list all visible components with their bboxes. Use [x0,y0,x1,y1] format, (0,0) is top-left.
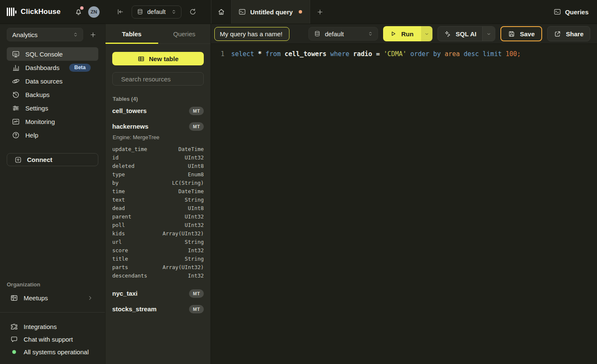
table-row-hackernews[interactable]: hackernews MT [112,119,204,133]
share-button[interactable]: Share [547,26,590,41]
workspace-selector-value: Analytics [12,31,73,38]
column-row[interactable]: url String [112,237,204,246]
tab-tables[interactable]: Tables [105,24,158,43]
chevron-down-icon [486,31,492,37]
sidebar-item-label: SQL Console [25,51,63,58]
data-sources-icon [12,77,20,85]
clickhouse-logo-icon [7,7,16,16]
column-row[interactable]: time DateTime [112,187,204,195]
system-status-link[interactable]: All systems operational [7,345,98,358]
column-row[interactable]: dead UInt8 [112,204,204,212]
play-icon [390,30,397,37]
bar-chart-icon [12,64,20,72]
column-row[interactable]: parent UInt32 [112,212,204,221]
sidebar-item-monitoring[interactable]: Monitoring [7,115,98,128]
search-resources-input[interactable] [121,75,205,83]
sql-token: desc [464,50,483,58]
sidebar-divider [0,312,105,313]
sql-editor[interactable]: 1 select * from cell_towers where radio … [211,44,597,364]
column-row[interactable]: title String [112,254,204,263]
back-to-line-icon [116,8,124,16]
table-row-stocks-stream[interactable]: stocks_stream MT [112,302,204,316]
column-row[interactable]: update_time DateTime [112,145,204,153]
table-row-nyc-taxi[interactable]: nyc_taxi MT [112,286,204,300]
column-row[interactable]: text String [112,195,204,204]
queries-button[interactable]: Queries [554,8,589,16]
sidebar-nav: SQL Console Dashboards Beta Data sources… [0,47,105,142]
new-table-label: New table [149,55,178,62]
history-restore-icon [12,91,20,99]
chevron-right-icon [87,295,93,301]
column-row[interactable]: parts Array(UInt32) [112,263,204,271]
column-name: poll [112,222,125,228]
column-type: String [185,239,204,245]
sql-token: limit [483,50,505,58]
sql-token: cell_towers [284,50,330,58]
sql-ai-options-button[interactable] [482,27,495,41]
column-type: Array(UInt32) [162,264,204,270]
tables-section-label: Tables (4) [113,96,204,102]
new-tab-button[interactable] [310,0,330,24]
column-row[interactable]: type Enum8 [112,170,204,178]
notifications-bell-icon[interactable] [74,8,83,16]
add-workspace-button[interactable] [88,30,98,40]
avatar[interactable]: ZN [88,6,100,18]
sidebar-item-data-sources[interactable]: Data sources [7,74,98,88]
column-name: time [112,188,125,194]
column-row[interactable]: poll UInt32 [112,221,204,229]
column-type: UInt32 [185,154,204,161]
share-button-label: Share [566,30,583,38]
run-button-group: Run [383,26,432,41]
home-button[interactable] [211,0,231,24]
clickhouse-logo[interactable]: ClickHouse [7,7,61,16]
monitoring-chart-icon [12,118,20,126]
sidebar-item-dashboards[interactable]: Dashboards Beta [7,61,98,74]
sidebar-item-help[interactable]: Help [7,128,98,142]
column-name: parent [112,213,131,220]
column-row[interactable]: kids Array(UInt32) [112,229,204,237]
system-status-label: All systems operational [24,348,89,356]
refresh-button[interactable] [187,6,198,17]
column-type: String [185,256,204,262]
new-table-button[interactable]: New table [112,52,204,65]
queries-button-label: Queries [565,8,589,16]
run-options-button[interactable] [421,26,432,41]
query-tab[interactable]: Untitled query [231,0,310,24]
integrations-link[interactable]: Integrations [7,320,98,333]
sidebar-item-meetups[interactable]: Meetups [7,291,98,305]
topbar-left: ClickHouse ZN [0,0,105,24]
service-selector[interactable]: default [132,5,181,19]
engine-badge: MT [189,305,204,313]
workspace-selector[interactable]: Analytics [7,28,83,41]
column-type: Enum8 [188,171,204,178]
sql-code-line[interactable]: select * from cell_towers where radio = … [224,49,521,364]
plus-icon [316,8,324,16]
sidebar-item-backups[interactable]: Backups [7,88,98,101]
database-selector[interactable]: default [308,27,378,40]
column-row[interactable]: score Int32 [112,246,204,254]
column-row[interactable]: descendants Int32 [112,271,204,280]
connect-button[interactable]: Connect [7,153,98,166]
save-button[interactable]: Save [500,26,542,41]
column-row[interactable]: by LC(String) [112,178,204,187]
tab-queries[interactable]: Queries [158,24,211,43]
sidebar-item-sql-console[interactable]: SQL Console [7,47,98,61]
resources-tabs: Tables Queries [105,24,211,44]
column-row[interactable]: id UInt32 [112,153,204,162]
chat-support-link[interactable]: Chat with support [7,333,98,345]
workspace-row: Analytics [0,28,105,41]
column-type: UInt32 [185,222,204,228]
column-row[interactable]: deleted UInt8 [112,162,204,170]
sql-ai-button[interactable]: SQL AI [438,30,482,38]
sidebar-item-label: Help [25,132,38,139]
table-row-cell-towers[interactable]: cell_towers MT [112,104,204,118]
run-button[interactable]: Run [383,26,421,41]
collapse-panel-button[interactable] [115,6,126,17]
column-name: text [112,197,125,203]
refresh-icon [189,8,197,16]
queries-terminal-icon [554,8,561,16]
table-name: stocks_stream [112,305,157,313]
query-name-input[interactable] [214,27,289,41]
sidebar-item-settings[interactable]: Settings [7,101,98,115]
sql-token: * [258,50,265,58]
